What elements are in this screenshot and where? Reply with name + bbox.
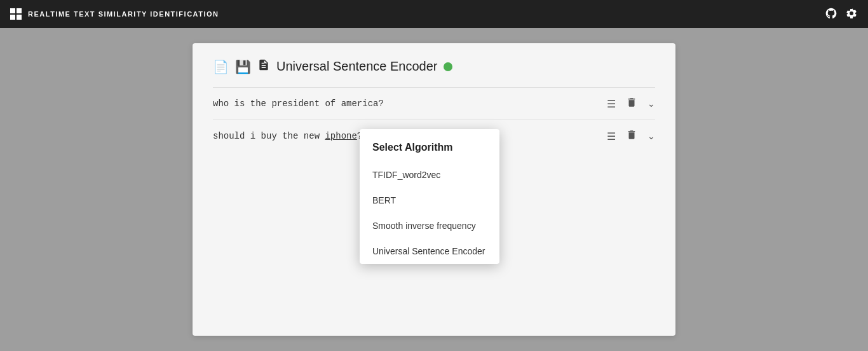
menu-icon-1[interactable]: ☰ — [607, 98, 616, 110]
save-icon: 💾 — [235, 59, 251, 74]
dropdown-title: Select Algorithm — [360, 129, 499, 162]
row-actions-2: ☰ ⌄ — [607, 129, 655, 143]
status-indicator — [444, 62, 452, 71]
row-actions-1: ☰ ⌄ — [607, 97, 655, 111]
expand-icon-2[interactable]: ⌄ — [648, 131, 655, 141]
settings-icon[interactable] — [845, 7, 858, 22]
algorithm-item-3[interactable]: Universal Sentence Encoder — [360, 238, 499, 264]
expand-icon-1[interactable]: ⌄ — [648, 99, 655, 109]
card-header: 📄 💾 Universal Sentence Encoder — [213, 59, 655, 74]
menu-icon-2[interactable]: ☰ — [607, 130, 616, 142]
algorithm-item-2[interactable]: Smooth inverse frequency — [360, 213, 499, 238]
algorithm-item-0[interactable]: TFIDF_word2vec — [360, 162, 499, 188]
query-text-1: who is the president of america? — [213, 99, 607, 109]
query-text-link: iphone — [325, 131, 356, 141]
github-icon[interactable] — [825, 7, 837, 22]
delete-icon-1[interactable] — [626, 97, 637, 111]
algorithm-item-1[interactable]: BERT — [360, 188, 499, 213]
app-title: REALTIME TEXT SIMILARITY IDENTIFICATION — [28, 10, 219, 18]
delete-icon-2[interactable] — [626, 129, 637, 143]
file-icon: 📄 — [213, 59, 229, 74]
encoder-title: Universal Sentence Encoder — [276, 59, 437, 74]
topbar-left: REALTIME TEXT SIMILARITY IDENTIFICATION — [10, 8, 219, 20]
topbar-icons — [825, 7, 858, 22]
algorithm-dropdown: Select Algorithm TFIDF_word2vec BERT Smo… — [360, 129, 499, 264]
doc-icon — [257, 59, 270, 74]
topbar: REALTIME TEXT SIMILARITY IDENTIFICATION — [0, 0, 868, 28]
app-logo — [10, 8, 22, 20]
query-row-1: who is the president of america? ☰ ⌄ — [213, 87, 655, 120]
